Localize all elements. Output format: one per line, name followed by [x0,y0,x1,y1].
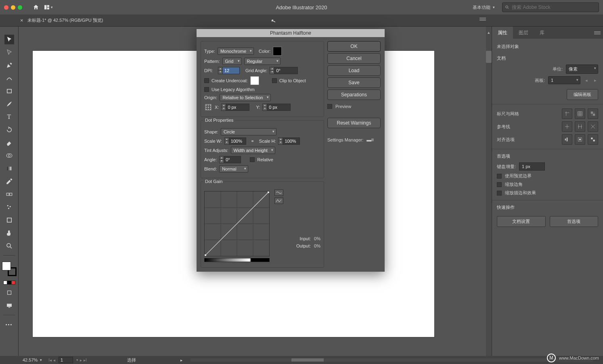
fill-swatch[interactable] [2,262,11,270]
zoom-window-icon[interactable] [18,5,22,10]
zoom-value[interactable]: 42.57% [23,358,38,362]
tab-properties[interactable]: 属性 [492,27,513,39]
panel-flyout-icon[interactable] [594,31,601,34]
grid-icon[interactable] [575,108,585,119]
undercoat-swatch[interactable] [250,76,259,85]
minimize-window-icon[interactable] [11,5,15,10]
next-artboard-icon[interactable]: ▸ [593,78,598,83]
hand-tool-icon[interactable] [4,228,14,238]
preferences-button[interactable]: 首选项 [550,216,599,227]
status-scroll-left-icon[interactable]: ▸ [180,358,182,362]
undercoat-checkbox[interactable] [204,78,209,83]
prev-artboard-nav-icon[interactable]: ◂ [53,358,55,362]
h-scrollbar-thumb[interactable] [291,358,324,362]
origin-dropdown[interactable]: Relative to Selection [220,94,270,101]
screen-mode-icon[interactable] [4,301,14,310]
cancel-button[interactable]: Cancel [327,53,381,64]
arrange-documents-icon[interactable]: ▾ [42,2,54,13]
tab-libraries[interactable]: 库 [534,27,550,39]
curve-preset-smooth-icon[interactable] [274,189,283,196]
separations-button[interactable]: Separations [327,89,381,100]
color-mode-toggles[interactable] [3,281,15,285]
dpi-input[interactable] [223,67,240,74]
eyedropper-tool-icon[interactable] [4,177,14,186]
shape-builder-tool-icon[interactable] [4,151,14,160]
save-button[interactable]: Save [327,77,381,88]
scalew-spinner[interactable]: ▲▼ [224,137,246,145]
dpi-spinner[interactable]: ▲▼ [218,67,240,74]
spinner-up-icon[interactable]: ▲ [218,67,222,71]
preview-checkbox[interactable] [327,104,332,109]
symbol-sprayer-tool-icon[interactable] [4,202,14,212]
drawing-mode-icon[interactable] [4,288,14,297]
scrollbar-thumb[interactable] [486,51,492,63]
align-to-selection-icon[interactable] [588,134,598,145]
home-icon[interactable] [30,2,42,13]
vertical-scrollbar[interactable]: ▴ [486,27,492,356]
scale-corners-checkbox[interactable] [497,182,502,187]
artboard-page-dropdown-icon[interactable]: ▾ [76,358,78,362]
edit-toolbar-icon[interactable]: ••• [4,320,14,329]
clip-checkbox[interactable] [272,78,277,83]
document-tab[interactable]: × 未标题-1* @ 42.57% (RGB/GPU 预览) [20,17,103,23]
first-artboard-icon[interactable]: I◂ [48,358,52,362]
ok-button[interactable]: OK [327,41,381,52]
snap-icon[interactable] [588,121,598,132]
fill-stroke-swatches[interactable] [2,262,17,276]
stock-search[interactable] [502,2,599,12]
curvature-tool-icon[interactable] [4,73,14,83]
x-input[interactable] [226,104,249,111]
tab-layers[interactable]: 图层 [513,27,534,39]
gradient-tool-icon[interactable] [4,164,14,173]
align-pixel-grid-icon[interactable] [562,134,572,145]
rotate-tool-icon[interactable] [4,125,14,135]
link-wh-icon[interactable]: ⚭ [249,139,257,144]
chevron-up-icon[interactable]: ▴ [486,30,492,35]
artboard-page-input[interactable] [59,357,73,363]
zoom-dropdown-icon[interactable]: ▾ [40,358,42,362]
document-setup-button[interactable]: 文档设置 [497,216,546,227]
key-increment-input[interactable] [519,162,545,171]
rectangle-tool-icon[interactable] [4,86,14,96]
panel-menu-icon[interactable] [479,18,486,21]
prev-artboard-icon[interactable]: ◂ [584,78,589,83]
blend-dropdown[interactable]: Normal [219,165,248,173]
pattern-mode-dropdown[interactable]: Regular [244,58,281,65]
scalew-input[interactable] [229,137,246,145]
rulers-icon[interactable] [562,108,572,119]
type-tool-icon[interactable]: T [4,112,14,122]
grid-angle-spinner[interactable]: ▲▼ [270,67,298,74]
scaleh-spinner[interactable]: ▲▼ [278,137,300,145]
y-spinner[interactable]: ▲▼ [262,104,291,111]
close-tab-icon[interactable]: × [20,17,23,23]
reset-warnings-button[interactable]: Reset Warnings [327,118,381,128]
units-select[interactable]: 像素 [566,64,598,74]
settings-manager-menu-icon[interactable]: ▬≡ [366,137,373,143]
curve-editor[interactable] [204,191,270,256]
artboard-tool-icon[interactable] [4,215,14,225]
tint-dropdown[interactable]: Width and Height [231,147,275,154]
pattern-dropdown[interactable]: Grid [222,58,242,65]
paintbrush-tool-icon[interactable] [4,99,14,109]
direct-selection-tool-icon[interactable] [4,48,14,57]
align-to-artboard-icon[interactable] [575,134,585,145]
artboard-select[interactable]: 1 [548,76,580,84]
show-guides-icon[interactable] [562,121,572,132]
curve-preset-linear-icon[interactable] [274,198,283,204]
grid-angle-input[interactable] [274,67,298,74]
smart-guides-icon[interactable] [575,121,585,132]
angle-input[interactable] [224,156,241,163]
scale-strokes-checkbox[interactable] [497,191,502,196]
legacy-checkbox[interactable] [204,87,209,92]
next-artboard-nav-icon[interactable]: ▸ [80,358,82,362]
type-dropdown[interactable]: Monochrome [218,48,254,55]
blend-tool-icon[interactable] [4,189,14,199]
scaleh-input[interactable] [283,137,300,145]
eraser-tool-icon[interactable] [4,138,14,148]
workspace-switcher[interactable]: 基本功能▾ [469,4,498,10]
edit-artboards-button[interactable]: 编辑画板 [567,89,598,100]
reference-point-icon[interactable] [204,103,212,111]
last-artboard-icon[interactable]: ▸I [84,358,87,362]
stock-search-input[interactable] [512,4,596,10]
spinner-down-icon[interactable]: ▼ [218,71,222,73]
